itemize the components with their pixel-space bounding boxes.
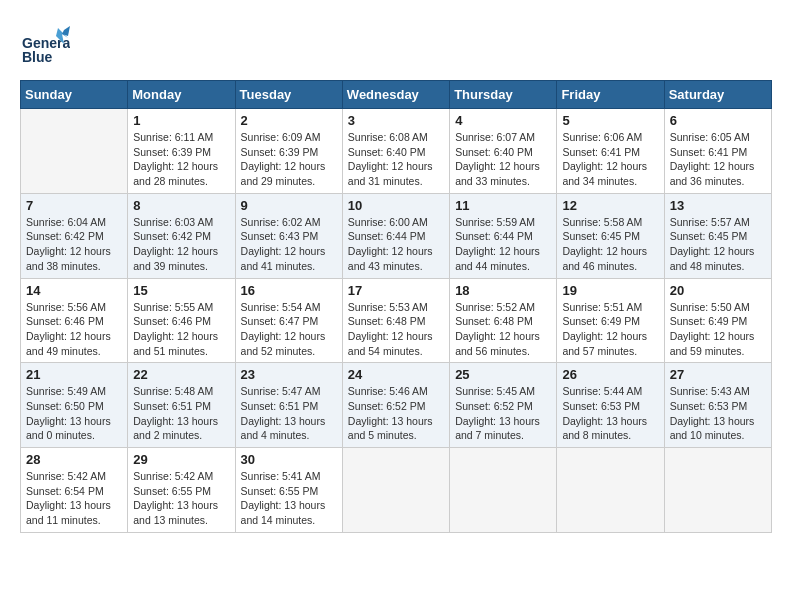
calendar-week: 1Sunrise: 6:11 AMSunset: 6:39 PMDaylight… <box>21 109 772 194</box>
calendar-day: 24Sunrise: 5:46 AMSunset: 6:52 PMDayligh… <box>342 363 449 448</box>
calendar-header: SundayMondayTuesdayWednesdayThursdayFrid… <box>21 81 772 109</box>
calendar-day: 7Sunrise: 6:04 AMSunset: 6:42 PMDaylight… <box>21 193 128 278</box>
day-info: Sunrise: 5:50 AMSunset: 6:49 PMDaylight:… <box>670 300 766 359</box>
day-info: Sunrise: 5:54 AMSunset: 6:47 PMDaylight:… <box>241 300 337 359</box>
day-number: 3 <box>348 113 444 128</box>
day-info: Sunrise: 6:05 AMSunset: 6:41 PMDaylight:… <box>670 130 766 189</box>
day-info: Sunrise: 5:57 AMSunset: 6:45 PMDaylight:… <box>670 215 766 274</box>
day-number: 20 <box>670 283 766 298</box>
day-info: Sunrise: 6:06 AMSunset: 6:41 PMDaylight:… <box>562 130 658 189</box>
calendar-day: 27Sunrise: 5:43 AMSunset: 6:53 PMDayligh… <box>664 363 771 448</box>
calendar-day: 4Sunrise: 6:07 AMSunset: 6:40 PMDaylight… <box>450 109 557 194</box>
day-number: 23 <box>241 367 337 382</box>
day-info: Sunrise: 6:11 AMSunset: 6:39 PMDaylight:… <box>133 130 229 189</box>
calendar-day: 12Sunrise: 5:58 AMSunset: 6:45 PMDayligh… <box>557 193 664 278</box>
calendar-day: 16Sunrise: 5:54 AMSunset: 6:47 PMDayligh… <box>235 278 342 363</box>
day-number: 12 <box>562 198 658 213</box>
calendar-body: 1Sunrise: 6:11 AMSunset: 6:39 PMDaylight… <box>21 109 772 533</box>
day-number: 19 <box>562 283 658 298</box>
day-number: 6 <box>670 113 766 128</box>
calendar-day: 21Sunrise: 5:49 AMSunset: 6:50 PMDayligh… <box>21 363 128 448</box>
calendar-day <box>664 448 771 533</box>
day-number: 13 <box>670 198 766 213</box>
day-info: Sunrise: 5:52 AMSunset: 6:48 PMDaylight:… <box>455 300 551 359</box>
calendar-day: 9Sunrise: 6:02 AMSunset: 6:43 PMDaylight… <box>235 193 342 278</box>
day-number: 14 <box>26 283 122 298</box>
calendar-day: 1Sunrise: 6:11 AMSunset: 6:39 PMDaylight… <box>128 109 235 194</box>
day-number: 27 <box>670 367 766 382</box>
weekday-header: Wednesday <box>342 81 449 109</box>
day-number: 22 <box>133 367 229 382</box>
calendar-day: 10Sunrise: 6:00 AMSunset: 6:44 PMDayligh… <box>342 193 449 278</box>
day-info: Sunrise: 5:51 AMSunset: 6:49 PMDaylight:… <box>562 300 658 359</box>
calendar-day: 23Sunrise: 5:47 AMSunset: 6:51 PMDayligh… <box>235 363 342 448</box>
day-info: Sunrise: 6:07 AMSunset: 6:40 PMDaylight:… <box>455 130 551 189</box>
day-info: Sunrise: 5:47 AMSunset: 6:51 PMDaylight:… <box>241 384 337 443</box>
day-number: 21 <box>26 367 122 382</box>
day-info: Sunrise: 5:49 AMSunset: 6:50 PMDaylight:… <box>26 384 122 443</box>
day-number: 1 <box>133 113 229 128</box>
logo-icon: General Blue <box>20 20 70 70</box>
calendar-day: 15Sunrise: 5:55 AMSunset: 6:46 PMDayligh… <box>128 278 235 363</box>
calendar-day: 30Sunrise: 5:41 AMSunset: 6:55 PMDayligh… <box>235 448 342 533</box>
day-number: 16 <box>241 283 337 298</box>
weekday-header: Monday <box>128 81 235 109</box>
calendar-day: 17Sunrise: 5:53 AMSunset: 6:48 PMDayligh… <box>342 278 449 363</box>
day-info: Sunrise: 5:48 AMSunset: 6:51 PMDaylight:… <box>133 384 229 443</box>
day-number: 5 <box>562 113 658 128</box>
day-number: 10 <box>348 198 444 213</box>
calendar-day: 3Sunrise: 6:08 AMSunset: 6:40 PMDaylight… <box>342 109 449 194</box>
day-info: Sunrise: 5:43 AMSunset: 6:53 PMDaylight:… <box>670 384 766 443</box>
calendar-day: 19Sunrise: 5:51 AMSunset: 6:49 PMDayligh… <box>557 278 664 363</box>
day-info: Sunrise: 5:45 AMSunset: 6:52 PMDaylight:… <box>455 384 551 443</box>
day-info: Sunrise: 5:42 AMSunset: 6:55 PMDaylight:… <box>133 469 229 528</box>
calendar-day: 2Sunrise: 6:09 AMSunset: 6:39 PMDaylight… <box>235 109 342 194</box>
day-info: Sunrise: 6:00 AMSunset: 6:44 PMDaylight:… <box>348 215 444 274</box>
calendar-day: 29Sunrise: 5:42 AMSunset: 6:55 PMDayligh… <box>128 448 235 533</box>
page-header: General Blue <box>20 20 772 70</box>
calendar-day: 13Sunrise: 5:57 AMSunset: 6:45 PMDayligh… <box>664 193 771 278</box>
day-number: 17 <box>348 283 444 298</box>
calendar-day: 11Sunrise: 5:59 AMSunset: 6:44 PMDayligh… <box>450 193 557 278</box>
weekday-header: Sunday <box>21 81 128 109</box>
logo: General Blue <box>20 20 64 70</box>
calendar-week: 7Sunrise: 6:04 AMSunset: 6:42 PMDaylight… <box>21 193 772 278</box>
calendar-week: 21Sunrise: 5:49 AMSunset: 6:50 PMDayligh… <box>21 363 772 448</box>
day-number: 29 <box>133 452 229 467</box>
calendar-day: 18Sunrise: 5:52 AMSunset: 6:48 PMDayligh… <box>450 278 557 363</box>
day-number: 18 <box>455 283 551 298</box>
day-info: Sunrise: 5:59 AMSunset: 6:44 PMDaylight:… <box>455 215 551 274</box>
calendar-week: 28Sunrise: 5:42 AMSunset: 6:54 PMDayligh… <box>21 448 772 533</box>
weekday-header: Friday <box>557 81 664 109</box>
calendar-day: 6Sunrise: 6:05 AMSunset: 6:41 PMDaylight… <box>664 109 771 194</box>
day-number: 24 <box>348 367 444 382</box>
calendar-day: 8Sunrise: 6:03 AMSunset: 6:42 PMDaylight… <box>128 193 235 278</box>
day-number: 2 <box>241 113 337 128</box>
day-info: Sunrise: 5:53 AMSunset: 6:48 PMDaylight:… <box>348 300 444 359</box>
day-number: 30 <box>241 452 337 467</box>
day-number: 26 <box>562 367 658 382</box>
day-number: 9 <box>241 198 337 213</box>
calendar-table: SundayMondayTuesdayWednesdayThursdayFrid… <box>20 80 772 533</box>
weekday-header: Thursday <box>450 81 557 109</box>
day-info: Sunrise: 5:55 AMSunset: 6:46 PMDaylight:… <box>133 300 229 359</box>
calendar-day: 26Sunrise: 5:44 AMSunset: 6:53 PMDayligh… <box>557 363 664 448</box>
svg-text:Blue: Blue <box>22 49 53 65</box>
day-number: 4 <box>455 113 551 128</box>
day-number: 15 <box>133 283 229 298</box>
weekday-header: Tuesday <box>235 81 342 109</box>
day-number: 8 <box>133 198 229 213</box>
calendar-day <box>557 448 664 533</box>
calendar-day: 22Sunrise: 5:48 AMSunset: 6:51 PMDayligh… <box>128 363 235 448</box>
day-info: Sunrise: 6:09 AMSunset: 6:39 PMDaylight:… <box>241 130 337 189</box>
calendar-day: 28Sunrise: 5:42 AMSunset: 6:54 PMDayligh… <box>21 448 128 533</box>
day-info: Sunrise: 6:04 AMSunset: 6:42 PMDaylight:… <box>26 215 122 274</box>
calendar-day: 14Sunrise: 5:56 AMSunset: 6:46 PMDayligh… <box>21 278 128 363</box>
day-info: Sunrise: 5:46 AMSunset: 6:52 PMDaylight:… <box>348 384 444 443</box>
calendar-day <box>21 109 128 194</box>
calendar-day <box>342 448 449 533</box>
calendar-week: 14Sunrise: 5:56 AMSunset: 6:46 PMDayligh… <box>21 278 772 363</box>
day-info: Sunrise: 6:03 AMSunset: 6:42 PMDaylight:… <box>133 215 229 274</box>
calendar-day: 5Sunrise: 6:06 AMSunset: 6:41 PMDaylight… <box>557 109 664 194</box>
calendar-day: 20Sunrise: 5:50 AMSunset: 6:49 PMDayligh… <box>664 278 771 363</box>
